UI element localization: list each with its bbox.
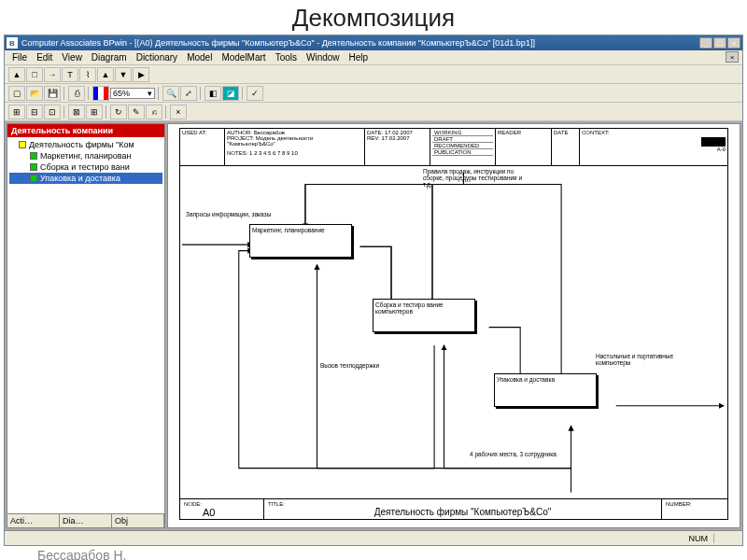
date-cell: DATE: 17.02.2007 REV: 17.02.2007 — [365, 129, 430, 165]
diagram-canvas[interactable]: USED AT: AUTHOR: Бессарабов PROJECT: Мод… — [167, 123, 740, 528]
menu-model[interactable]: Model — [183, 51, 216, 63]
reader-cell: READER — [496, 129, 552, 165]
app-window: B Computer Associates BPwin - [(A0) Деят… — [4, 35, 743, 546]
activity-icon — [30, 163, 37, 171]
menu-help[interactable]: Help — [345, 51, 373, 63]
tree-root[interactable]: Деятельность фирмы "Ком — [9, 139, 162, 150]
menu-file[interactable]: File — [8, 51, 31, 63]
frame-footer: NODE: A0 TITLE: Деятельность фирмы "Комп… — [180, 498, 727, 519]
text-tool-icon[interactable]: T — [62, 67, 78, 82]
menu-dictionary[interactable]: Dictionary — [133, 51, 181, 63]
titlebar: B Computer Associates BPwin - [(A0) Деят… — [5, 35, 742, 50]
arrow-tool-icon[interactable]: → — [44, 67, 61, 82]
zoom-combo[interactable]: 65%▾ — [110, 88, 155, 99]
mm-open-icon[interactable]: ⊟ — [26, 105, 43, 119]
status-cell: WORKINGDRAFTRECOMMENDEDPUBLICATION — [430, 129, 496, 165]
tree-item[interactable]: Маркетинг, планирован — [9, 150, 162, 161]
tab-activities[interactable]: Acti… — [7, 514, 60, 527]
close-button[interactable]: × — [727, 37, 740, 49]
arrow-label-mech: 4 рабочих места, 3 сотрудника — [470, 451, 557, 457]
activity-box-3[interactable]: Упаковка и доставка — [494, 373, 597, 407]
activity-icon — [30, 152, 37, 160]
title-cell: TITLE: Деятельность фирмы "КомпьютерЪ&Co… — [264, 499, 662, 519]
idef0-frame: USED AT: AUTHOR: Бессарабов PROJECT: Мод… — [179, 128, 728, 520]
slide-title: Декомпозиция — [0, 0, 747, 35]
pointer-tool-icon[interactable]: ▲ — [8, 67, 25, 82]
new-icon[interactable]: ▢ — [8, 86, 25, 101]
maximize-button[interactable]: □ — [713, 37, 726, 49]
slide-caption: Бессарабов Н. — [0, 546, 747, 560]
diagram-icon — [19, 141, 26, 148]
activity-box-1[interactable]: Маркетинг, планирование — [249, 224, 352, 258]
activity-tree[interactable]: Деятельность фирмы "Ком Маркетинг, плани… — [7, 137, 164, 513]
minimize-button[interactable]: _ — [699, 37, 712, 49]
mm-save-icon[interactable]: ⊡ — [44, 105, 61, 119]
model-explorer-icon[interactable]: ◧ — [204, 86, 221, 101]
menu-diagram[interactable]: Diagram — [88, 51, 131, 63]
go-child-icon[interactable]: ▼ — [115, 67, 132, 82]
mm-version-icon[interactable]: ⎌ — [146, 105, 162, 119]
menu-edit[interactable]: Edit — [33, 51, 56, 63]
explorer-tabs: Acti… Dia… Obj — [7, 513, 164, 527]
arrow-label-support: Вызов техподдержки — [320, 362, 379, 369]
mm-close-icon[interactable]: × — [170, 105, 187, 119]
mm-refresh-icon[interactable]: ↻ — [110, 105, 127, 119]
menu-view[interactable]: View — [58, 51, 86, 63]
activity-tool-icon[interactable]: □ — [26, 67, 43, 82]
tab-diagrams[interactable]: Dia… — [60, 514, 112, 527]
mdi-close-button[interactable]: × — [726, 51, 739, 63]
open-icon[interactable]: 📂 — [26, 86, 43, 101]
reports-icon[interactable] — [92, 86, 109, 101]
go-parent-icon[interactable]: ▲ — [97, 67, 114, 82]
app-icon: B — [7, 37, 18, 49]
number-cell: NUMBER: — [662, 499, 727, 519]
go-sibling-icon[interactable]: ▶ — [133, 67, 149, 82]
toolbar-1: ▲ □ → T ⌇ ▲ ▼ ▶ — [5, 65, 742, 84]
node-cell: NODE: A0 — [180, 499, 264, 519]
properties-icon[interactable]: ◪ — [222, 86, 239, 101]
drawing-area[interactable]: Правила продаж, инструкции по сборке, пр… — [180, 166, 727, 498]
print-icon[interactable]: ⎙ — [68, 86, 85, 101]
tree-item-selected[interactable]: Упаковка и доставка — [9, 173, 162, 184]
mm-merge-icon[interactable]: ⊞ — [86, 105, 103, 119]
arrow-label-right: Настольные и портативные компьютеры — [596, 353, 698, 366]
zoom-in-icon[interactable]: 🔍 — [162, 86, 179, 101]
spell-icon[interactable]: ✓ — [247, 86, 263, 101]
activity-box-2[interactable]: Сборка и тестиро вание компьютеров — [373, 299, 475, 332]
author-cell: AUTHOR: Бессарабов PROJECT: Модель деяте… — [225, 129, 365, 165]
zoom-fit-icon[interactable]: ⤢ — [180, 86, 197, 101]
menu-modelmart[interactable]: ModelMart — [218, 51, 269, 63]
arrow-label-left: Запросы информации, заказы — [186, 211, 271, 217]
explorer-title: Деятельность компании — [7, 124, 164, 137]
date2-cell: DATE — [552, 129, 580, 165]
tab-objects[interactable]: Obj — [112, 514, 164, 527]
squiggle-tool-icon[interactable]: ⌇ — [79, 67, 96, 82]
arrow-label-top: Правила продаж, инструкции по сборке, пр… — [423, 168, 526, 188]
mm-review-icon[interactable]: ✎ — [128, 105, 145, 119]
toolbar-2: ▢ 📂 💾 ⎙ 65%▾ 🔍 ⤢ ◧ ◪ ✓ — [5, 84, 742, 103]
save-icon[interactable]: 💾 — [44, 86, 61, 101]
frame-header: USED AT: AUTHOR: Бессарабов PROJECT: Мод… — [180, 129, 727, 166]
menu-tools[interactable]: Tools — [272, 51, 301, 63]
activity-icon — [30, 175, 37, 182]
context-cell: CONTEXT: A-0 — [580, 129, 727, 165]
mm-connect-icon[interactable]: ⊞ — [8, 105, 25, 119]
status-num: NUM — [684, 534, 715, 543]
tree-item[interactable]: Сборка и тестиро вани — [9, 161, 162, 173]
model-explorer: Деятельность компании Деятельность фирмы… — [7, 123, 165, 528]
menu-window[interactable]: Window — [303, 51, 344, 63]
toolbar-3: ⊞ ⊟ ⊡ ⊠ ⊞ ↻ ✎ ⎌ × — [5, 103, 742, 121]
used-at-cell: USED AT: — [180, 129, 225, 165]
statusbar: NUM — [5, 530, 742, 545]
menubar: File Edit View Diagram Dictionary Model … — [5, 50, 742, 65]
window-title: Computer Associates BPwin - [(A0) Деятел… — [21, 38, 699, 48]
mm-lock-icon[interactable]: ⊠ — [68, 105, 85, 119]
